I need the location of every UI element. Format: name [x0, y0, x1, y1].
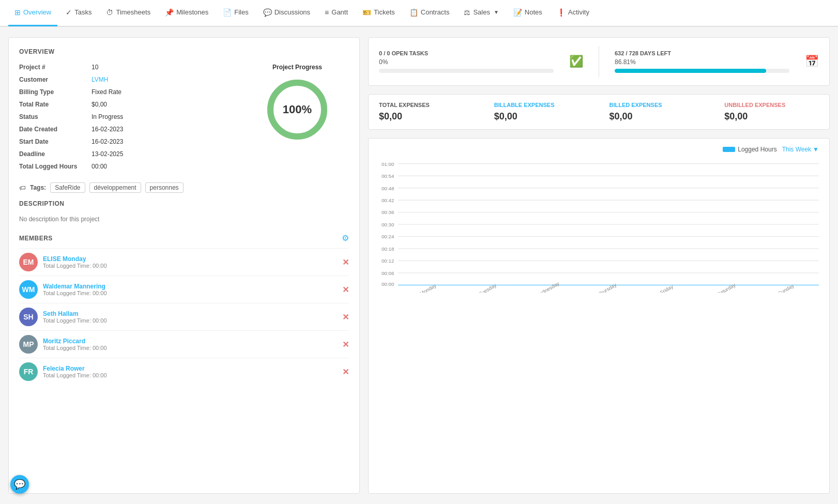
- nav-item-milestones[interactable]: 📌 Milestones: [159, 0, 215, 26]
- chart-legend: Logged Hours: [723, 146, 776, 153]
- nav-item-sales[interactable]: ⚖ Sales ▼: [458, 0, 505, 26]
- this-week-button[interactable]: This Week ▼: [782, 146, 819, 153]
- field-row: Total Rate$0,00: [19, 101, 235, 108]
- description-title: DESCRIPTION: [19, 200, 349, 207]
- grid-icon: ⊞: [14, 8, 21, 17]
- ticket-icon: 🎫: [362, 8, 371, 17]
- left-panel: OVERVIEW Project #10CustomerLVMHBilling …: [8, 37, 360, 494]
- field-label: Project #: [19, 64, 92, 71]
- nav-item-discussions[interactable]: 💬 Discussions: [257, 0, 316, 26]
- days-left-title: 632 / 728 DAYS LEFT: [615, 50, 789, 56]
- donut-text: 100%: [283, 103, 312, 116]
- nav-item-activity[interactable]: ❗ Activity: [551, 0, 596, 26]
- member-info: Seth HallamTotal Logged Time: 00:00: [43, 310, 342, 324]
- field-value: 13-02-2025: [92, 150, 123, 158]
- tag-personnes[interactable]: personnes: [145, 182, 184, 193]
- svg-text:00:00: 00:00: [382, 281, 394, 287]
- member-row: MPMoritz PiccardTotal Logged Time: 00:00…: [19, 330, 349, 358]
- stats-row: 0 / 0 OPEN TASKS 0% ✅ 632 / 728 DAYS LEF…: [368, 37, 830, 86]
- tag-icon: 🏷: [19, 184, 26, 192]
- milestone-icon: 📌: [165, 8, 174, 17]
- svg-text:01:00: 01:00: [382, 161, 394, 167]
- field-row: StatusIn Progress: [19, 113, 235, 120]
- activity-icon: ❗: [557, 8, 566, 17]
- days-left-block: 632 / 728 DAYS LEFT 86.81%: [615, 50, 789, 73]
- chat-bubble-button[interactable]: 💬: [10, 475, 29, 494]
- chart-panel: Logged Hours This Week ▼ 01:00 00:54 00:…: [368, 138, 830, 494]
- nav-item-timesheets[interactable]: ⏱ Timesheets: [100, 0, 157, 26]
- svg-text:00:06: 00:06: [382, 270, 394, 276]
- nav-item-gantt[interactable]: ≡ Gantt: [318, 0, 354, 26]
- chart-svg-wrapper: 01:00 00:54 00:48 00:42 00:36 00:30 00:2…: [379, 158, 819, 294]
- member-avatar: FR: [19, 362, 38, 381]
- field-value: $0,00: [92, 101, 107, 108]
- nav-item-tickets[interactable]: 🎫 Tickets: [356, 0, 401, 26]
- svg-text:25 - Thursday: 25 - Thursday: [588, 282, 618, 293]
- field-row: Deadline13-02-2025: [19, 150, 235, 158]
- member-name[interactable]: Moritz Piccard: [43, 338, 342, 345]
- member-avatar: WM: [19, 280, 38, 299]
- member-remove-button[interactable]: ✕: [342, 367, 349, 377]
- field-value: In Progress: [92, 113, 123, 120]
- check-icon: ✓: [66, 8, 72, 17]
- chat-icon: 💬: [263, 8, 272, 17]
- open-tasks-title: 0 / 0 OPEN TASKS: [379, 50, 554, 56]
- legend-color-box: [723, 147, 735, 152]
- svg-text:00:18: 00:18: [382, 246, 394, 252]
- nav-item-contracts[interactable]: 📋 Contracts: [403, 0, 456, 26]
- unbilled-expenses-title: UNBILLED EXPENSES: [724, 102, 819, 108]
- member-info: ELISE MondayTotal Logged Time: 00:00: [43, 255, 342, 269]
- nav-item-files[interactable]: 📄 Files: [217, 0, 254, 26]
- field-label: Status: [19, 113, 92, 120]
- member-name[interactable]: Waldemar Mannering: [43, 283, 342, 290]
- days-left-bar: [615, 69, 789, 73]
- tag-developpement[interactable]: développement: [89, 182, 141, 193]
- member-name[interactable]: Felecia Rower: [43, 365, 342, 372]
- member-name[interactable]: ELISE Monday: [43, 255, 342, 263]
- member-name[interactable]: Seth Hallam: [43, 310, 342, 317]
- svg-text:00:12: 00:12: [382, 258, 394, 264]
- member-row: FRFelecia RowerTotal Logged Time: 00:00✕: [19, 358, 349, 385]
- member-sub: Total Logged Time: 00:00: [43, 290, 342, 296]
- member-info: Waldemar ManneringTotal Logged Time: 00:…: [43, 283, 342, 296]
- member-info: Felecia RowerTotal Logged Time: 00:00: [43, 365, 342, 378]
- svg-text:22 - Monday: 22 - Monday: [410, 283, 437, 293]
- field-row: Project #10: [19, 64, 235, 71]
- member-remove-button[interactable]: ✕: [342, 285, 349, 295]
- billed-expenses-title: BILLED EXPENSES: [610, 102, 704, 108]
- svg-text:00:42: 00:42: [382, 197, 394, 203]
- file-icon: 📄: [223, 8, 232, 17]
- field-row: Date Created16-02-2023: [19, 126, 235, 133]
- field-value: Fixed Rate: [92, 88, 121, 96]
- member-remove-button[interactable]: ✕: [342, 257, 349, 267]
- field-row: CustomerLVMH: [19, 76, 235, 83]
- member-remove-button[interactable]: ✕: [342, 340, 349, 349]
- field-row: Total Logged Hours00:00: [19, 163, 235, 170]
- sales-icon: ⚖: [464, 8, 470, 17]
- dropdown-arrow-icon: ▼: [494, 9, 499, 15]
- members-settings-icon[interactable]: ⚙: [342, 233, 349, 243]
- member-row: EMELISE MondayTotal Logged Time: 00:00✕: [19, 248, 349, 276]
- nav-item-overview[interactable]: ⊞ Overview: [8, 0, 57, 26]
- field-value[interactable]: LVMH: [92, 76, 108, 83]
- member-sub: Total Logged Time: 00:00: [43, 317, 342, 324]
- field-value: 16-02-2023: [92, 126, 123, 133]
- svg-text:24 - Wednesday: 24 - Wednesday: [526, 280, 560, 293]
- overview-grid: Project #10CustomerLVMHBilling TypeFixed…: [19, 64, 349, 175]
- member-info: Moritz PiccardTotal Logged Time: 00:00: [43, 338, 342, 351]
- nav-item-tasks[interactable]: ✓ Tasks: [59, 0, 98, 26]
- member-sub: Total Logged Time: 00:00: [43, 372, 342, 378]
- main-content: OVERVIEW Project #10CustomerLVMHBilling …: [0, 27, 838, 504]
- members-title: MEMBERS: [19, 235, 53, 242]
- svg-text:27 - Saturday: 27 - Saturday: [707, 282, 736, 293]
- nav-item-notes[interactable]: 📝 Notes: [507, 0, 548, 26]
- member-remove-button[interactable]: ✕: [342, 312, 349, 322]
- total-expenses-value: $0,00: [379, 111, 474, 122]
- days-left-percent: 86.81%: [615, 58, 789, 66]
- billable-expenses-block: BILLABLE EXPENSES $0,00: [494, 102, 589, 122]
- open-tasks-block: 0 / 0 OPEN TASKS 0%: [379, 50, 554, 73]
- tag-saferide[interactable]: SafeRide: [50, 182, 85, 193]
- field-value: 00:00: [92, 163, 107, 170]
- billed-expenses-value: $0,00: [610, 111, 704, 122]
- unbilled-expenses-block: UNBILLED EXPENSES $0,00: [724, 102, 819, 122]
